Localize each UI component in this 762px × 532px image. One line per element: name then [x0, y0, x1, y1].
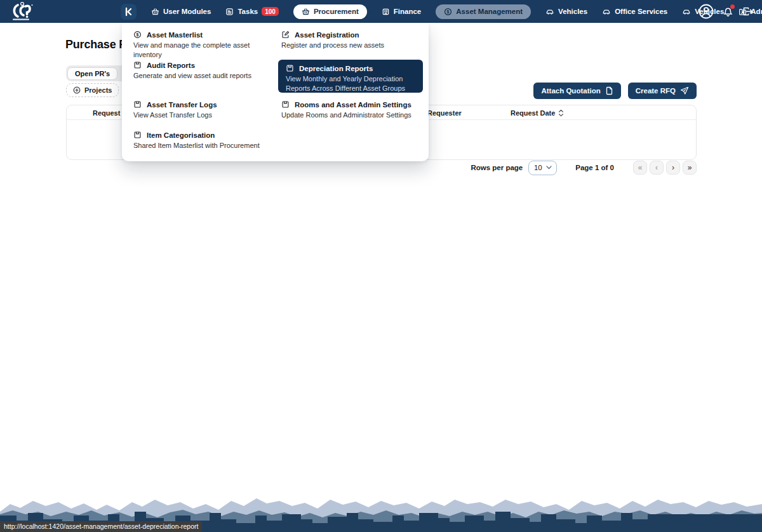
nav-item-tasks[interactable]: Tasks 100 [225, 7, 278, 16]
menu-item-audit-reports[interactable]: Audit Reports Generate and view asset au… [133, 61, 270, 81]
pagination-bar: Rows per page 10 Page 1 of 0 « ‹ › » [471, 160, 697, 175]
nav-item-label: User Modules [163, 8, 211, 15]
nav-item-finance[interactable]: Finance [382, 8, 421, 16]
app-k-icon[interactable] [121, 4, 137, 20]
nav-item-label: Finance [394, 8, 421, 15]
sort-icon[interactable] [558, 109, 564, 117]
nav-item-office-services[interactable]: Office Services [602, 8, 667, 16]
tab-open-prs[interactable]: Open PR's [67, 67, 117, 80]
page-info: Page 1 of 0 [575, 164, 614, 171]
pager-buttons: « ‹ › » [633, 161, 697, 175]
column-request-date[interactable]: Request Date [511, 105, 564, 120]
asset-management-dropdown: $ Asset Masterlist View and manage the c… [122, 23, 429, 161]
report-icon [133, 100, 142, 109]
kkp-logo[interactable] [9, 2, 36, 23]
prev-page-button[interactable]: ‹ [650, 161, 664, 175]
tasks-count-badge: 100 [262, 7, 279, 16]
rows-per-page-label: Rows per page [471, 164, 523, 171]
create-rfq-button[interactable]: Create RFQ [628, 83, 697, 99]
svg-text:$: $ [447, 9, 450, 14]
nav-item-user-modules[interactable]: User Modules [151, 8, 211, 16]
first-page-button[interactable]: « [633, 161, 647, 175]
bank-icon [382, 8, 390, 16]
chevron-down-icon [546, 166, 552, 170]
menu-item-rooms-asset-admin-settings[interactable]: Rooms and Asset Admin Settings Update Ro… [281, 100, 421, 120]
menu-item-depreciation-reports[interactable]: Depreciation Reports View Monthly and Ye… [278, 60, 423, 93]
nav-items: User Modules Tasks 100 Procurement Finan… [121, 0, 762, 23]
column-requester[interactable]: Requester [427, 105, 462, 120]
menu-item-item-categorisation[interactable]: Item Categorisation Shared Item Masterli… [133, 131, 273, 150]
app-window: User Modules Tasks 100 Procurement Finan… [0, 0, 762, 532]
nav-item-procurement[interactable]: Procurement [293, 4, 367, 19]
plus-circle-icon [73, 86, 81, 94]
file-icon [605, 86, 613, 95]
top-navbar: User Modules Tasks 100 Procurement Finan… [0, 0, 762, 23]
menu-item-asset-masterlist[interactable]: $ Asset Masterlist View and manage the c… [133, 30, 270, 60]
nav-item-label: Vehicles [558, 8, 587, 15]
menu-item-asset-registration[interactable]: Asset Registration Register and process … [281, 30, 418, 50]
next-page-button[interactable]: › [666, 161, 680, 175]
report-icon [133, 131, 142, 139]
nav-item-label: Asset Management [456, 8, 523, 15]
avatar-icon[interactable] [698, 3, 714, 20]
send-icon [680, 86, 689, 95]
nav-item-label: Tasks [237, 8, 258, 15]
car-icon [682, 8, 691, 16]
last-page-button[interactable]: » [683, 161, 697, 175]
create-rfq-label: Create RFQ [636, 87, 676, 95]
doc-edit-icon [281, 30, 290, 39]
logout-icon[interactable] [742, 6, 753, 17]
filter-label: Projects [84, 86, 112, 94]
car-icon [602, 8, 611, 16]
svg-text:$: $ [137, 32, 139, 37]
report-icon [133, 61, 142, 69]
basket-icon [302, 8, 310, 16]
report-icon [281, 100, 290, 109]
status-bar-url: http://localhost:1420/asset-management/a… [0, 521, 202, 532]
rows-per-page-select[interactable]: 10 [528, 161, 557, 175]
nav-item-label: Office Services [615, 8, 667, 15]
attach-quotation-button[interactable]: Attach Quotation [533, 83, 620, 99]
tasks-icon [225, 8, 234, 16]
dollar-circle-icon: $ [133, 30, 142, 39]
nav-item-asset-management[interactable]: $ Asset Management [436, 4, 531, 19]
rows-per-page-value: 10 [534, 164, 542, 171]
attach-quotation-label: Attach Quotation [541, 87, 600, 95]
nav-right-icons [698, 0, 753, 23]
notification-dot [730, 4, 735, 9]
report-icon [286, 64, 294, 72]
action-buttons: Attach Quotation Create RFQ [533, 83, 697, 99]
dollar-circle-icon: $ [444, 8, 452, 16]
nav-item-label: Procurement [314, 8, 359, 15]
menu-item-asset-transfer-logs[interactable]: Asset Transfer Logs View Asset Transfer … [133, 100, 270, 120]
notifications-bell-icon[interactable] [723, 6, 733, 17]
nav-item-vehicles-1[interactable]: Vehicles [545, 8, 587, 16]
car-icon [545, 8, 554, 16]
basket-icon [151, 8, 159, 16]
projects-filter-button[interactable]: Projects [66, 83, 119, 97]
